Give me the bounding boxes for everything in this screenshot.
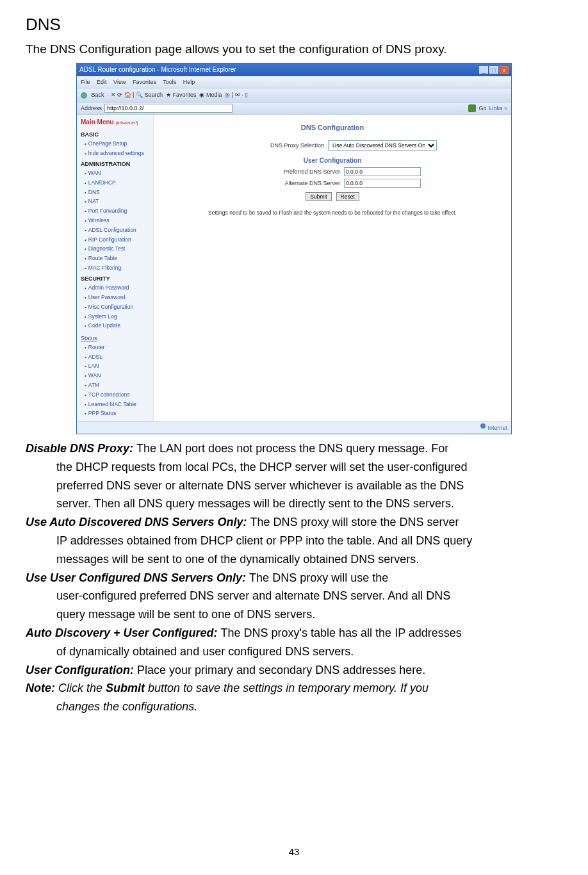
sidebar-status-header[interactable]: Status (81, 334, 97, 343)
alternate-input[interactable] (344, 179, 421, 188)
address-bar: Address Go Links » (77, 102, 511, 115)
sidebar-item-ppp-status[interactable]: PPP Status (85, 409, 153, 419)
sidebar-item-port-forwarding[interactable]: Port Forwarding (85, 207, 153, 217)
note-label: Note: (26, 682, 58, 694)
def-disable-c2: preferred DNS sever or alternate DNS ser… (26, 477, 562, 495)
sidebar-item-router[interactable]: Router (85, 343, 153, 352)
def-disable-first: The LAN port does not process the DNS qu… (136, 442, 448, 455)
def-both-first: The DNS proxy's table has all the IP add… (221, 626, 462, 639)
sidebar-item-lan[interactable]: LAN/DHCP (85, 178, 153, 188)
def-auto-first: The DNS proxy will store the DNS server (250, 516, 459, 528)
note-pre: Click the (58, 682, 106, 694)
search-label: Search (144, 92, 163, 98)
def-user-c2: query message will be sent to one of DNS… (26, 605, 562, 624)
back-label: Back (92, 92, 104, 98)
save-note: Settings need to be saved to Flash and t… (160, 209, 505, 218)
def-both: Auto Discovery + User Configured: The DN… (26, 624, 562, 661)
def-disable-c3: server. Then all DNS query messages will… (26, 495, 562, 513)
page-heading: DNS (26, 12, 562, 38)
user-conf-header: User Configuration (160, 156, 505, 166)
media-label: Media (206, 92, 222, 98)
window-controls: _ □ × (479, 66, 509, 74)
def-disable: Disable DNS Proxy: The LAN port does not… (26, 439, 562, 513)
menu-help[interactable]: Help (183, 79, 195, 85)
sidebar: Main Menu (advanced) BASIC OnePage Setup… (77, 115, 154, 421)
internet-icon (480, 423, 486, 429)
sidebar-basic-header: BASIC (81, 130, 153, 139)
menu-file[interactable]: File (81, 79, 90, 85)
sidebar-item-nat[interactable]: NAT (85, 197, 153, 207)
main-pane: DNS Configuration DNS Proxy Selection Us… (154, 115, 511, 421)
maximize-icon[interactable]: □ (489, 66, 498, 74)
sidebar-item-diagnostic[interactable]: Diagnostic Test (85, 245, 153, 254)
def-user-first: The DNS proxy will use the (249, 571, 388, 584)
address-input[interactable] (104, 104, 233, 113)
sidebar-item-rip[interactable]: RIP Configuration (85, 235, 153, 245)
links-label[interactable]: Links » (489, 104, 507, 113)
sidebar-item-learned-mac[interactable]: Learned MAC Table (85, 400, 153, 409)
proxy-select[interactable]: Use Auto Discovered DNS Servers Only (328, 140, 437, 151)
preferred-input[interactable] (344, 167, 421, 176)
def-uc: User Configuration: Place your primary a… (26, 661, 562, 680)
sidebar-item-adsl-config[interactable]: ADSL Configuration (85, 225, 153, 235)
address-label: Address (81, 104, 102, 113)
sidebar-item-tcp[interactable]: TCP connections (85, 390, 153, 400)
sidebar-item-misc[interactable]: Misc Configuration (85, 302, 153, 312)
page-number: 43 (0, 844, 588, 860)
menu-view[interactable]: View (113, 79, 126, 85)
panel-title: DNS Configuration (160, 117, 505, 139)
note-bold: Submit (106, 682, 145, 694)
def-uc-term: User Configuration: (26, 664, 137, 676)
sidebar-item-adsl[interactable]: ADSL (85, 352, 153, 362)
note-post: button to save the settings in temporary… (145, 682, 429, 694)
intro-text: The DNS Configuration page allows you to… (26, 40, 562, 59)
def-auto-c2: messages will be sent to one of the dyna… (26, 550, 562, 569)
screenshot: ADSL Router configuration - Microsoft In… (76, 63, 512, 434)
sidebar-item-wan-status[interactable]: WAN (85, 372, 153, 381)
def-both-c1: of dynamically obtained and user configu… (26, 642, 562, 661)
menu-favorites[interactable]: Favorites (133, 79, 156, 85)
titlebar: ADSL Router configuration - Microsoft In… (77, 63, 511, 76)
sidebar-item-admin-pw[interactable]: Admin Password (85, 284, 153, 293)
proxy-label: DNS Proxy Selection (228, 141, 324, 150)
sidebar-item-onepage[interactable]: OnePage Setup (85, 140, 153, 149)
def-disable-term: Disable DNS Proxy: (26, 442, 136, 455)
def-uc-first: Place your primary and secondary DNS add… (137, 664, 425, 676)
sidebar-item-dns[interactable]: DNS (85, 188, 153, 197)
toolbar: Back · ✕ ⟳ 🏠 | 🔍 Search ★ Favorites ◉ Me… (77, 88, 511, 102)
menubar: File Edit View Favorites Tools Help (77, 76, 511, 88)
statusbar: Internet (77, 421, 511, 434)
def-user-c1: user-configured preferred DNS server and… (26, 587, 562, 605)
menu-tools[interactable]: Tools (163, 79, 176, 85)
alternate-label: Alternate DNS Server (244, 179, 340, 188)
def-auto-term: Use Auto Discovered DNS Servers Only: (26, 516, 250, 528)
sidebar-admin-header: ADMINISTRATION (81, 159, 153, 168)
sidebar-item-user-pw[interactable]: User Password (85, 293, 153, 302)
sidebar-item-wireless[interactable]: Wireless (85, 217, 153, 226)
reset-button[interactable]: Reset (336, 192, 359, 201)
def-disable-c1: the DHCP requests from local PCs, the DH… (26, 458, 562, 477)
sidebar-item-wan[interactable]: WAN (85, 169, 153, 179)
ie-window: ADSL Router configuration - Microsoft In… (76, 63, 512, 434)
preferred-label: Preferred DNS Server (244, 167, 340, 176)
sidebar-main-menu: Main Menu (advanced) (81, 117, 153, 129)
sidebar-item-syslog[interactable]: System Log (85, 312, 153, 322)
def-user-term: Use User Configured DNS Servers Only: (26, 571, 249, 584)
sidebar-item-mac-filtering[interactable]: MAC Filtering (85, 264, 153, 274)
def-both-term: Auto Discovery + User Configured: (26, 626, 221, 639)
menu-edit[interactable]: Edit (97, 79, 107, 85)
go-icon[interactable] (468, 104, 476, 112)
minimize-icon[interactable]: _ (479, 66, 488, 74)
sidebar-item-code-update[interactable]: Code Update (85, 322, 153, 331)
sidebar-item-route-table[interactable]: Route Table (85, 254, 153, 264)
sidebar-item-lan-status[interactable]: LAN (85, 362, 153, 372)
back-icon[interactable] (81, 92, 87, 99)
submit-button[interactable]: Submit (306, 192, 331, 201)
close-icon[interactable]: × (500, 66, 509, 74)
def-auto: Use Auto Discovered DNS Servers Only: Th… (26, 513, 562, 568)
window-title: ADSL Router configuration - Microsoft In… (79, 65, 236, 75)
definitions: Disable DNS Proxy: The LAN port does not… (26, 439, 562, 716)
sidebar-security-header: SECURITY (81, 274, 153, 283)
sidebar-item-hide-advanced[interactable]: hide advanced settings (85, 149, 153, 158)
sidebar-item-atm[interactable]: ATM (85, 380, 153, 390)
